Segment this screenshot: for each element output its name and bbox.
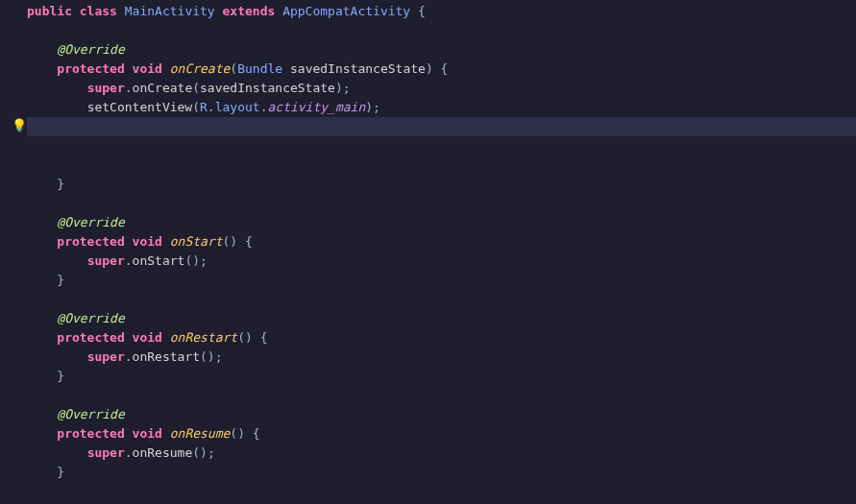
code-line[interactable]: protected void onRestart() { [27,328,856,348]
keyword-protected: protected [57,61,124,76]
keyword-extends: extends [223,4,276,18]
method-call: onResume [133,445,193,460]
code-line[interactable]: super.onStart(); [27,252,856,271]
keyword-void: void [133,61,162,76]
code-line[interactable] [27,156,856,175]
annotation-override: @Override [57,407,124,421]
keyword-public: public [27,4,72,18]
code-line[interactable] [27,290,856,309]
keyword-super: super [87,349,125,364]
code-line[interactable]: protected void onStart() { [27,232,856,252]
method-name: onResume [170,426,231,441]
keyword-protected: protected [57,426,124,441]
keyword-void: void [133,330,162,345]
code-line[interactable]: } [27,463,856,482]
annotation-override: @Override [57,215,124,229]
code-line[interactable]: super.onCreate(savedInstanceState); [27,79,856,98]
code-line-cursor[interactable] [27,117,856,136]
code-line[interactable]: super.onResume(); [27,444,856,463]
code-line[interactable] [27,21,856,40]
code-line[interactable]: } [27,271,856,290]
class-name: MainActivity [125,4,215,18]
keyword-protected: protected [57,330,124,345]
code-line[interactable]: super.onRestart(); [27,348,856,367]
code-line[interactable] [27,194,856,213]
method-call: setContentView [87,100,193,114]
method-name: onCreate [170,61,231,76]
keyword-void: void [133,234,162,249]
superclass-name: AppCompatActivity [282,4,410,18]
method-call: onStart [133,253,185,268]
keyword-super: super [87,445,125,460]
code-editor[interactable]: public class MainActivity extends AppCom… [0,0,856,482]
method-name: onStart [170,234,223,249]
code-line[interactable]: @Override [27,40,856,60]
keyword-super: super [87,253,125,268]
code-line[interactable]: public class MainActivity extends AppCom… [27,2,856,21]
annotation-override: @Override [57,42,124,57]
code-line[interactable]: setContentView(R.layout.activity_main); [27,98,856,117]
keyword-void: void [133,426,162,441]
code-line[interactable]: @Override [27,405,856,424]
annotation-override: @Override [57,311,124,325]
code-line[interactable] [27,386,856,405]
keyword-class: class [80,4,117,18]
field-ref: layout [215,100,260,114]
code-line[interactable]: protected void onResume() { [27,424,856,444]
code-line[interactable]: } [27,175,856,194]
method-call: onRestart [133,349,200,364]
class-ref: R [200,100,208,114]
field-ref: activity_main [267,100,365,114]
code-line[interactable]: protected void onCreate(Bundle savedInst… [27,60,856,79]
keyword-super: super [87,81,125,95]
code-line[interactable]: @Override [27,309,856,328]
param-name: savedInstanceState [290,61,426,76]
method-name: onRestart [170,330,237,345]
code-line[interactable]: } [27,367,856,386]
arg-name: savedInstanceState [200,81,335,95]
code-line[interactable]: @Override [27,213,856,232]
param-type: Bundle [237,61,282,76]
keyword-protected: protected [57,234,124,249]
code-line[interactable] [27,136,856,156]
method-call: onCreate [133,81,193,95]
